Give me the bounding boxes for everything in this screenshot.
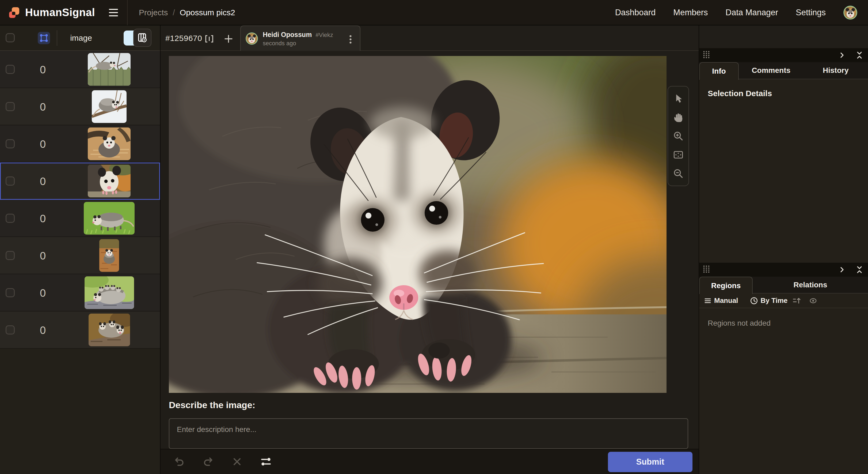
nav-settings[interactable]: Settings — [796, 8, 826, 18]
collapse-panel-button[interactable] — [855, 265, 864, 275]
task-checkbox[interactable] — [6, 176, 15, 185]
tab-regions[interactable]: Regions — [699, 277, 753, 294]
task-checkbox[interactable] — [6, 102, 15, 111]
tab-history[interactable]: History — [804, 62, 868, 79]
annotation-actions-bar: Submit — [160, 449, 699, 474]
submit-button[interactable]: Submit — [608, 452, 692, 472]
task-checkbox[interactable] — [6, 139, 15, 148]
task-annotation-count: 0 — [29, 138, 56, 150]
drag-grip-icon[interactable] — [703, 265, 710, 274]
drag-grip-icon[interactable] — [703, 51, 710, 60]
task-row[interactable]: 0 — [0, 200, 160, 237]
detach-panel-button[interactable] — [837, 265, 846, 274]
task-annotation-count: 0 — [29, 101, 56, 113]
task-checkbox[interactable] — [6, 214, 15, 223]
task-thumbnail — [88, 127, 131, 160]
columns-icon — [204, 33, 215, 44]
annotation-menu-button[interactable] — [345, 33, 356, 46]
grip-icon — [703, 51, 710, 59]
copy-annotation-button[interactable] — [203, 32, 216, 45]
annotator-avatar — [246, 32, 258, 45]
main-layout: image 0 — [0, 25, 868, 474]
group-by-manual-button[interactable]: Manual — [704, 296, 738, 305]
task-image-canvas[interactable] — [169, 56, 666, 393]
toggle-regions-visibility-button[interactable] — [808, 296, 818, 306]
sort-ascending-icon — [792, 297, 801, 305]
task-list-sidebar: image 0 — [0, 25, 160, 474]
sort-direction-button[interactable] — [791, 296, 802, 306]
task-thumbnail — [99, 239, 119, 272]
task-annotation-count: 0 — [29, 250, 56, 262]
user-avatar[interactable] — [843, 6, 857, 20]
zoom-out-button[interactable] — [670, 164, 687, 183]
redo-button[interactable] — [201, 455, 215, 469]
fit-screen-icon — [673, 149, 684, 160]
zoom-out-icon — [673, 168, 684, 179]
collapse-panel-button[interactable] — [855, 50, 864, 60]
undo-button[interactable] — [172, 455, 186, 469]
description-input[interactable] — [169, 418, 688, 449]
breadcrumb-projects-link[interactable]: Projects — [139, 8, 168, 17]
select-all-checkbox[interactable] — [6, 33, 15, 42]
annotator-name: Heidi Opossum — [263, 31, 312, 38]
task-row[interactable]: 0 — [0, 88, 160, 125]
image-tools-toolbar — [668, 86, 689, 186]
nav-data-manager[interactable]: Data Manager — [726, 8, 778, 18]
nav-members[interactable]: Members — [673, 8, 708, 18]
breadcrumb-separator: / — [173, 8, 175, 17]
eye-icon — [809, 297, 817, 305]
pan-tool-button[interactable] — [670, 108, 687, 127]
reset-annotation-button[interactable] — [230, 455, 244, 469]
group-by-label: Manual — [714, 296, 738, 305]
zoom-in-icon — [673, 131, 684, 141]
detach-panel-button[interactable] — [837, 51, 846, 60]
task-checkbox[interactable] — [6, 325, 15, 334]
task-checkbox[interactable] — [6, 65, 15, 74]
regions-panel-header — [699, 263, 868, 277]
top-nav-links: Dashboard Members Data Manager Settings — [615, 6, 857, 20]
task-checkbox[interactable] — [6, 288, 15, 297]
task-row[interactable]: 0 — [0, 237, 160, 274]
user-avatar-image — [843, 6, 857, 20]
collapse-vertical-icon — [856, 51, 863, 59]
task-checkbox[interactable] — [6, 251, 15, 260]
kebab-icon — [346, 34, 355, 45]
task-row-selected[interactable]: 0 — [0, 162, 160, 200]
task-list-empty-space — [0, 349, 160, 474]
task-row[interactable]: 0 — [0, 274, 160, 312]
humansignal-logo-icon — [7, 6, 22, 20]
task-annotation-count: 0 — [29, 64, 56, 76]
tab-relations[interactable]: Relations — [753, 277, 868, 293]
redo-icon — [202, 456, 214, 468]
right-panel-top-spacer — [699, 25, 868, 48]
bounding-box-icon — [39, 33, 49, 43]
breadcrumb: Projects / Opossum pics2 — [139, 8, 235, 17]
nav-dashboard[interactable]: Dashboard — [615, 8, 656, 18]
regions-tabs: Regions Relations — [699, 277, 868, 294]
task-thumbnail — [88, 165, 131, 197]
tab-info[interactable]: Info — [699, 62, 739, 80]
pointer-icon — [673, 93, 684, 104]
list-icon — [704, 297, 711, 304]
task-row[interactable]: 0 — [0, 125, 160, 162]
menu-hamburger-button[interactable] — [107, 7, 120, 19]
annotation-settings-button[interactable] — [259, 455, 273, 469]
add-annotation-button[interactable] — [222, 32, 235, 45]
select-tool-button[interactable] — [670, 89, 687, 108]
annotation-timestamp: seconds ago — [263, 40, 296, 47]
annotation-workspace: #1259670 — [160, 25, 699, 474]
view-settings-button[interactable] — [124, 31, 146, 46]
annotation-tab[interactable]: Heidi Opossum #Viekz seconds ago — [240, 25, 361, 51]
humansignal-logo[interactable]: HumanSignal — [7, 6, 95, 20]
task-row[interactable]: 0 — [0, 312, 160, 349]
details-panel-header — [699, 48, 868, 62]
regions-overlay-toggle-button[interactable] — [38, 32, 50, 44]
zoom-in-button[interactable] — [670, 127, 687, 145]
sliders-icon — [260, 456, 272, 468]
describe-image-label: Describe the image: — [169, 400, 255, 410]
task-row[interactable]: 0 — [0, 51, 160, 88]
order-by-time-button[interactable]: By Time — [750, 296, 788, 305]
task-annotation-count: 0 — [29, 175, 56, 187]
tab-comments[interactable]: Comments — [739, 62, 804, 79]
fit-screen-button[interactable] — [670, 145, 687, 164]
